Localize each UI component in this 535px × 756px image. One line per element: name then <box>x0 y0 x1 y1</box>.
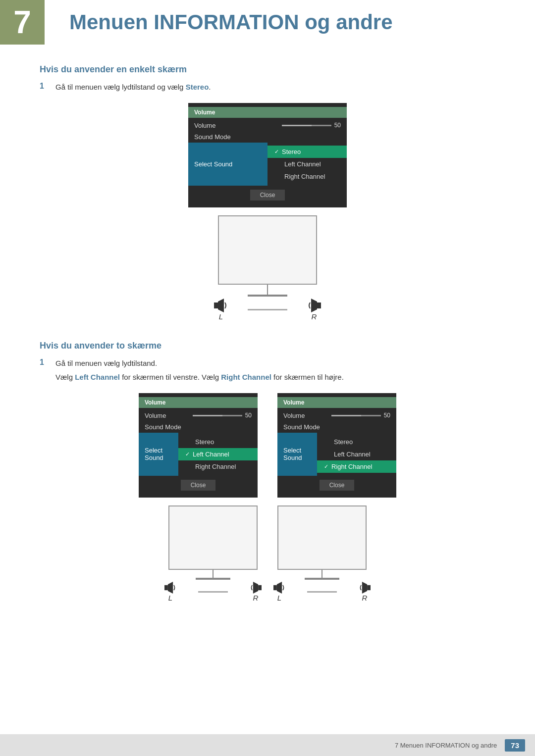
center-stand-bar <box>248 309 287 310</box>
step2-before: Vælg <box>55 373 75 381</box>
right-stand-base <box>305 578 339 580</box>
menu1-title: Volume <box>188 107 347 118</box>
chapter-number: 7 <box>13 6 31 38</box>
submenu-left: Stereo ✓ Left Channel Right Channel <box>178 433 258 476</box>
menu-left-title: Volume <box>139 397 258 408</box>
menu1-container: Volume Volume 50 Sound Mode <box>188 103 347 207</box>
rr-speaker-icon <box>358 582 372 594</box>
menu-left-selectsound: Select Sound <box>139 433 178 476</box>
submenu-right-rightchannel-label: Right Channel <box>331 463 372 470</box>
page-title: Menuen INFORMATION og andre <box>69 10 393 34</box>
submenu-right-leftchannel: Left Channel <box>317 448 396 460</box>
page-header: 7 Menuen INFORMATION og andre <box>0 0 535 45</box>
left-speaker-unit: L <box>213 299 229 321</box>
menu1-row-soundmode: Sound Mode <box>188 131 347 143</box>
step2-line2: Vælg Left Channel for skærmen til venstr… <box>55 372 344 383</box>
submenu-right-leftchannel-label: Left Channel <box>334 451 371 458</box>
section1-step1: 1 Gå til menuen vælg lydtilstand og vælg… <box>40 82 495 93</box>
menu-right-close-row: Close <box>277 476 396 494</box>
step1-text-bold: Stereo <box>186 83 209 91</box>
section2-heading: Hvis du anvender to skærme <box>40 341 495 351</box>
stand-wrap <box>248 285 287 297</box>
dual-menus-container: Volume Volume 50 Sound Mode Select So <box>40 393 495 498</box>
menu-left-volume-label: Volume <box>145 412 166 419</box>
left-monitor-unit: L R <box>163 505 263 602</box>
ll-speaker: L <box>163 582 177 602</box>
rr-label: R <box>362 594 368 602</box>
svg-marker-5 <box>168 582 173 594</box>
footer-text: 7 Menuen INFORMATION og andre <box>395 742 497 749</box>
speaker-labels-row: L R <box>213 299 322 321</box>
monitor-screen-1 <box>218 215 317 285</box>
section1-heading: Hvis du anvender en enkelt skærm <box>40 64 495 75</box>
menu-diagram-1: Volume Volume 50 Sound Mode <box>40 103 495 207</box>
submenu1-rightchannel-label: Right Channel <box>284 173 325 180</box>
menu-right-soundmode-row: Sound Mode <box>277 421 396 433</box>
step2-number: 1 <box>40 358 50 367</box>
menu-right-selectsound: Select Sound <box>277 433 317 476</box>
menu1-close-button[interactable]: Close <box>250 190 285 201</box>
submenu-right-stereo-label: Stereo <box>334 438 353 446</box>
svg-marker-1 <box>218 299 224 312</box>
step2-bold2: Right Channel <box>221 373 271 381</box>
submenu-right-stereo: Stereo <box>317 436 396 448</box>
menu-left-volume-row: Volume 50 <box>139 410 258 421</box>
submenu-right-rightchannel: ✓ Right Channel <box>317 460 396 473</box>
menu-left-selectsound-wrap: Select Sound Stereo ✓ Left Channel <box>139 433 258 476</box>
rr-speaker: R <box>358 582 372 602</box>
stand-base <box>248 295 287 297</box>
footer-page-number: 73 <box>505 739 525 752</box>
svg-rect-8 <box>273 585 277 590</box>
menu-right-close-button[interactable]: Close <box>320 480 355 491</box>
step1-number: 1 <box>40 82 50 91</box>
submenu-left-rightchannel: Right Channel <box>178 460 258 473</box>
menu1-volume-label: Volume <box>194 122 215 129</box>
menu-right-title: Volume <box>277 397 396 408</box>
volume-menu-1: Volume Volume 50 Sound Mode <box>188 103 347 207</box>
menu1-soundmode-label: Sound Mode <box>194 133 231 141</box>
left-center-bar <box>198 591 228 593</box>
left-stand-vertical <box>213 570 214 578</box>
menu-left-close-button[interactable]: Close <box>181 480 216 491</box>
ll-speaker-icon <box>163 582 177 594</box>
left-speaker-label: L <box>219 312 223 321</box>
right-stand-wrap <box>305 570 339 580</box>
section2-step1: 1 Gå til menuen vælg lydtilstand. Vælg L… <box>40 358 495 383</box>
stand-vertical <box>267 285 268 295</box>
menu-left-slider: 50 <box>193 412 252 419</box>
volume-value-right: 50 <box>384 412 390 419</box>
submenu-left-rightchannel-label: Right Channel <box>195 463 236 470</box>
volume-menu-right: Volume Volume 50 Sound Mode Select So <box>277 393 396 498</box>
menu-right-selectsound-label: Select Sound <box>283 447 311 461</box>
lr-label: R <box>253 594 259 602</box>
submenu-left-leftchannel-label: Left Channel <box>193 451 229 458</box>
menu-right-slider: 50 <box>331 412 390 419</box>
svg-rect-4 <box>164 585 168 590</box>
slider-fill <box>282 125 312 126</box>
right-speaker-unit: R <box>306 299 322 321</box>
right-speaker-icon <box>306 299 322 312</box>
dual-monitors-diagram: L R <box>40 505 495 602</box>
slider-fill-right <box>331 415 361 416</box>
slider-track-right <box>331 415 381 416</box>
volume-value: 50 <box>334 122 341 129</box>
menu1-selectsound-label: Select Sound <box>194 160 232 168</box>
menu1-slider: 50 <box>282 122 341 129</box>
step2-text-block: Gå til menuen vælg lydtilstand. Vælg Lef… <box>55 358 344 383</box>
svg-rect-6 <box>258 585 262 590</box>
monitor-screen-right <box>277 505 367 570</box>
slider-track-left <box>193 415 242 416</box>
submenu-left-stereo: Stereo <box>178 436 258 448</box>
svg-rect-0 <box>214 302 218 308</box>
lr-speaker: R <box>249 582 263 602</box>
submenu1-rightchannel: Right Channel <box>268 170 347 183</box>
header-title-area: Menuen INFORMATION og andre <box>45 0 535 45</box>
menu1-row-selectsound-wrap: Select Sound ✓ Stereo Left Channel <box>188 143 347 186</box>
right-speaker-labels: L R <box>272 582 372 602</box>
right-stand-vertical <box>321 570 322 578</box>
monitor-screen-left <box>168 505 258 570</box>
rl-label: L <box>277 594 281 602</box>
rl-speaker-icon <box>272 582 286 594</box>
check-stereo: ✓ <box>274 149 279 155</box>
check-left-channel: ✓ <box>185 451 190 457</box>
